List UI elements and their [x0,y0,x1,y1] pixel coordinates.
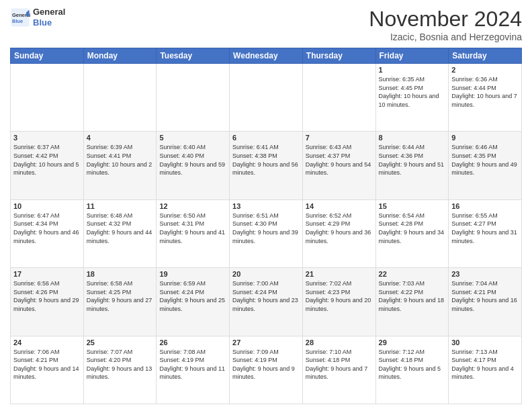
day-info: Sunrise: 7:07 AM Sunset: 4:20 PM Dayligh… [87,348,154,381]
calendar-cell: 30Sunrise: 7:13 AM Sunset: 4:17 PM Dayli… [449,336,522,404]
day-info: Sunrise: 6:46 AM Sunset: 4:35 PM Dayligh… [451,143,519,177]
calendar-week-row: 1Sunrise: 6:35 AM Sunset: 4:45 PM Daylig… [11,64,522,132]
day-number: 5 [159,134,226,142]
month-title: November 2024 [369,7,522,32]
calendar-cell: 17Sunrise: 6:56 AM Sunset: 4:26 PM Dayli… [11,268,84,336]
calendar-week-row: 3Sunrise: 6:37 AM Sunset: 4:42 PM Daylig… [11,132,522,199]
calendar-cell: 19Sunrise: 6:59 AM Sunset: 4:24 PM Dayli… [157,268,230,336]
calendar-cell [157,64,230,132]
day-number: 11 [87,202,154,210]
calendar-cell [302,64,375,132]
day-info: Sunrise: 7:03 AM Sunset: 4:22 PM Dayligh… [379,279,446,313]
calendar-cell: 23Sunrise: 7:04 AM Sunset: 4:21 PM Dayli… [449,268,522,336]
day-info: Sunrise: 7:04 AM Sunset: 4:21 PM Dayligh… [451,279,519,313]
calendar-cell: 5Sunrise: 6:40 AM Sunset: 4:40 PM Daylig… [157,132,230,199]
weekday-header: Sunday [11,48,84,64]
day-info: Sunrise: 7:09 AM Sunset: 4:19 PM Dayligh… [232,348,300,381]
calendar-cell: 4Sunrise: 6:39 AM Sunset: 4:41 PM Daylig… [83,132,157,199]
calendar-cell: 2Sunrise: 6:36 AM Sunset: 4:44 PM Daylig… [449,64,522,132]
calendar-cell: 15Sunrise: 6:54 AM Sunset: 4:28 PM Dayli… [375,199,449,267]
calendar-cell: 6Sunrise: 6:41 AM Sunset: 4:38 PM Daylig… [230,132,303,199]
day-number: 21 [306,270,373,278]
title-block: November 2024 Izacic, Bosnia and Herzego… [369,7,522,42]
day-info: Sunrise: 7:06 AM Sunset: 4:21 PM Dayligh… [13,348,81,381]
day-number: 7 [306,134,373,142]
day-number: 14 [306,202,373,210]
calendar-cell: 3Sunrise: 6:37 AM Sunset: 4:42 PM Daylig… [11,132,84,199]
day-number: 8 [379,134,446,142]
day-number: 25 [87,338,154,347]
day-info: Sunrise: 6:47 AM Sunset: 4:34 PM Dayligh… [13,212,81,245]
day-info: Sunrise: 6:41 AM Sunset: 4:38 PM Dayligh… [232,143,300,177]
day-info: Sunrise: 6:51 AM Sunset: 4:30 PM Dayligh… [232,212,300,245]
day-number: 6 [232,134,300,142]
day-info: Sunrise: 7:02 AM Sunset: 4:23 PM Dayligh… [306,279,373,313]
calendar-table: SundayMondayTuesdayWednesdayThursdayFrid… [10,48,522,404]
day-number: 27 [232,338,300,347]
day-number: 30 [451,338,519,347]
svg-text:Blue: Blue [12,17,23,24]
weekday-header: Monday [83,48,157,64]
header: General Blue General Blue November 2024 … [10,7,522,42]
day-number: 10 [13,202,81,210]
calendar-cell: 20Sunrise: 7:00 AM Sunset: 4:24 PM Dayli… [230,268,303,336]
day-number: 12 [159,202,226,210]
day-info: Sunrise: 7:08 AM Sunset: 4:19 PM Dayligh… [159,348,226,381]
calendar-cell [83,64,157,132]
day-number: 17 [13,270,81,278]
calendar-cell: 24Sunrise: 7:06 AM Sunset: 4:21 PM Dayli… [11,336,84,404]
day-number: 18 [87,270,154,278]
weekday-header: Friday [375,48,449,64]
weekday-header: Tuesday [157,48,230,64]
calendar-header-row: SundayMondayTuesdayWednesdayThursdayFrid… [11,48,522,64]
day-number: 13 [232,202,300,210]
day-number: 4 [87,134,154,142]
day-number: 23 [451,270,519,278]
calendar-week-row: 10Sunrise: 6:47 AM Sunset: 4:34 PM Dayli… [11,199,522,267]
day-info: Sunrise: 6:35 AM Sunset: 4:45 PM Dayligh… [379,75,446,109]
day-info: Sunrise: 6:37 AM Sunset: 4:42 PM Dayligh… [13,143,81,177]
calendar-cell: 1Sunrise: 6:35 AM Sunset: 4:45 PM Daylig… [375,64,449,132]
day-info: Sunrise: 7:12 AM Sunset: 4:18 PM Dayligh… [379,348,446,381]
calendar-week-row: 17Sunrise: 6:56 AM Sunset: 4:26 PM Dayli… [11,268,522,336]
calendar-cell: 26Sunrise: 7:08 AM Sunset: 4:19 PM Dayli… [157,336,230,404]
day-number: 19 [159,270,226,278]
location-subtitle: Izacic, Bosnia and Herzegovina [369,32,522,42]
weekday-header: Thursday [302,48,375,64]
day-info: Sunrise: 6:39 AM Sunset: 4:41 PM Dayligh… [87,143,154,177]
calendar-cell: 11Sunrise: 6:48 AM Sunset: 4:32 PM Dayli… [83,199,157,267]
logo: General Blue General Blue [10,7,65,28]
page: General Blue General Blue November 2024 … [0,0,532,411]
calendar-cell: 25Sunrise: 7:07 AM Sunset: 4:20 PM Dayli… [83,336,157,404]
calendar-cell: 28Sunrise: 7:10 AM Sunset: 4:18 PM Dayli… [302,336,375,404]
logo-blue: Blue [33,17,65,28]
day-info: Sunrise: 6:43 AM Sunset: 4:37 PM Dayligh… [306,143,373,177]
day-info: Sunrise: 6:48 AM Sunset: 4:32 PM Dayligh… [87,212,154,245]
day-info: Sunrise: 6:50 AM Sunset: 4:31 PM Dayligh… [159,212,226,245]
calendar-cell: 10Sunrise: 6:47 AM Sunset: 4:34 PM Dayli… [11,199,84,267]
day-number: 3 [13,134,81,142]
day-info: Sunrise: 6:55 AM Sunset: 4:27 PM Dayligh… [451,212,519,245]
day-number: 1 [379,66,446,74]
calendar-cell: 13Sunrise: 6:51 AM Sunset: 4:30 PM Dayli… [230,199,303,267]
calendar-cell: 16Sunrise: 6:55 AM Sunset: 4:27 PM Dayli… [449,199,522,267]
day-number: 15 [379,202,446,210]
day-number: 29 [379,338,446,347]
calendar-cell: 27Sunrise: 7:09 AM Sunset: 4:19 PM Dayli… [230,336,303,404]
day-info: Sunrise: 6:56 AM Sunset: 4:26 PM Dayligh… [13,279,81,313]
calendar-cell [230,64,303,132]
day-number: 9 [451,134,519,142]
day-number: 28 [306,338,373,347]
logo-general: General [33,7,65,17]
day-info: Sunrise: 7:00 AM Sunset: 4:24 PM Dayligh… [232,279,300,313]
day-number: 26 [159,338,226,347]
day-info: Sunrise: 7:13 AM Sunset: 4:17 PM Dayligh… [451,348,519,381]
day-info: Sunrise: 6:54 AM Sunset: 4:28 PM Dayligh… [379,212,446,245]
day-info: Sunrise: 7:10 AM Sunset: 4:18 PM Dayligh… [306,348,373,381]
day-number: 22 [379,270,446,278]
calendar-cell: 18Sunrise: 6:58 AM Sunset: 4:25 PM Dayli… [83,268,157,336]
day-info: Sunrise: 6:44 AM Sunset: 4:36 PM Dayligh… [379,143,446,177]
day-number: 24 [13,338,81,347]
calendar-cell: 22Sunrise: 7:03 AM Sunset: 4:22 PM Dayli… [375,268,449,336]
calendar-cell: 7Sunrise: 6:43 AM Sunset: 4:37 PM Daylig… [302,132,375,199]
